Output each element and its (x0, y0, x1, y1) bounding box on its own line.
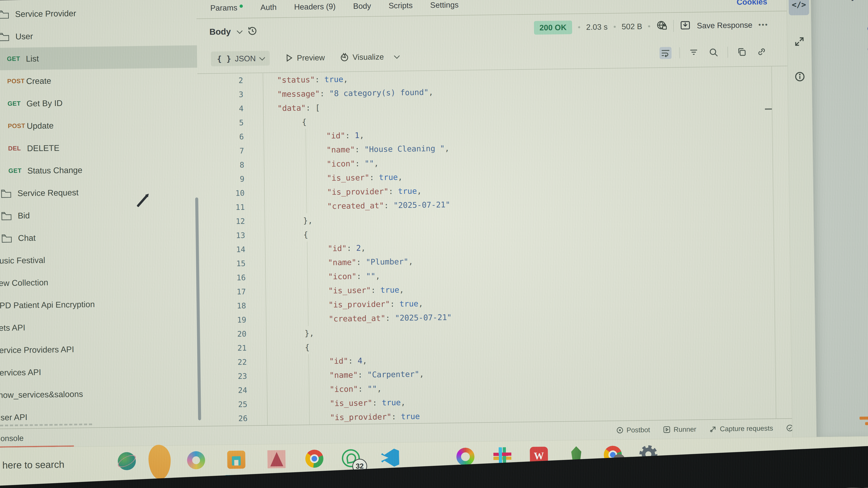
edge-line-number: 3 (833, 0, 838, 1)
runner-icon (663, 426, 671, 433)
sidebar-item-label: Bid (18, 210, 30, 221)
line-number: 2 (197, 73, 264, 88)
sidebar-item-label: OPD Patient Api Encryption (0, 299, 95, 311)
more-options-button[interactable]: ••• (758, 21, 769, 29)
response-body-dropdown[interactable]: Body (209, 26, 258, 38)
line-number: 5 (198, 115, 264, 130)
sidebar-item-user[interactable]: User (0, 23, 197, 48)
sidebar-item-label: List (26, 54, 39, 64)
files-icon-glyph (227, 451, 246, 469)
dot-separator (614, 26, 616, 28)
sidebar-item-status-change[interactable]: GETStatus Change (0, 157, 199, 182)
capture-requests-button[interactable]: Capture requests (709, 424, 773, 433)
sidebar-item-label: Update (27, 121, 54, 131)
folder-icon (0, 32, 9, 41)
chevron-down-icon (259, 55, 265, 61)
expand-icon[interactable] (794, 36, 805, 47)
tab-auth[interactable]: Auth (260, 2, 277, 12)
adjacent-code-window: 3 myHea eeyuzM3IDZcbMczarFf (811, 0, 868, 437)
link-icon[interactable] (756, 46, 768, 58)
cookies-link[interactable]: Cookies (737, 0, 767, 6)
sidebar-item-services-api[interactable]: Services API (0, 359, 202, 384)
copy-icon[interactable] (736, 46, 748, 58)
format-dropdown[interactable]: { } JSON (211, 51, 270, 66)
sidebar-item-label: Services API (0, 367, 41, 378)
chevron-down-icon[interactable] (394, 53, 400, 59)
sidebar-item-service-providers-api[interactable]: Service Providers API (0, 336, 201, 361)
status-badge[interactable]: 200 OK (534, 20, 572, 35)
response-meta: 200 OK 2.03 s 502 B Save Response ••• (534, 18, 769, 35)
history-icon[interactable] (247, 26, 258, 37)
line-number: 11 (199, 200, 265, 215)
sidebar-item-music-festival[interactable]: Music Festival (0, 247, 200, 272)
save-response-icon (680, 20, 691, 32)
tab-label: Headers (9) (294, 2, 336, 11)
globe-icon[interactable] (117, 452, 137, 482)
triangle-app-icon-glyph (268, 450, 286, 468)
search-icon[interactable] (708, 46, 720, 59)
info-icon[interactable] (794, 71, 806, 82)
tab-body[interactable]: Body (353, 1, 371, 11)
sidebar-item-get-by-id[interactable]: GETGet By ID (0, 90, 198, 115)
folder-icon (1, 233, 12, 242)
postbot-button[interactable]: Postbot (616, 426, 650, 434)
tab-params[interactable]: Params (210, 3, 243, 12)
tab-scripts[interactable]: Scripts (389, 1, 413, 10)
line-number: 10 (199, 186, 265, 201)
sidebar-item-create[interactable]: POSTCreate (0, 68, 197, 93)
postbot-icon (616, 426, 624, 434)
tab-settings[interactable]: Settings (430, 0, 459, 9)
dot-separator (648, 25, 650, 27)
globe-icon-glyph (118, 452, 136, 470)
sidebar-item-label: DELETE (27, 143, 59, 153)
sidebar-item-opd-patient-api-encryption[interactable]: OPD Patient Api Encryption (0, 292, 200, 317)
divider (679, 47, 680, 58)
save-response-button[interactable]: Save Response (697, 20, 752, 30)
fold-indicator[interactable] (765, 108, 772, 110)
sidebar-item-chat[interactable]: Chat (0, 224, 199, 250)
photos-icon[interactable] (148, 452, 168, 482)
console-button[interactable]: Console (0, 433, 24, 443)
network-security-icon[interactable] (656, 20, 668, 32)
edge-code-header: 3 myHea (833, 0, 868, 1)
line-number: 18 (200, 298, 266, 313)
taskbar-search-input[interactable]: e here to search (0, 459, 64, 471)
sidebar-item-update[interactable]: POSTUpdate (0, 112, 198, 138)
sidebar-item-new-collection[interactable]: New Collection (0, 269, 200, 294)
line-number: 3 (197, 87, 264, 102)
sidebar-item-delete[interactable]: DELDELETE (0, 135, 198, 160)
sidebar-item-label: Get By ID (26, 98, 63, 108)
braces-icon: { } (217, 54, 231, 64)
response-body[interactable]: 2"status": true,3"message": "8 category(… (197, 66, 792, 426)
vscode-icon-glyph (381, 449, 399, 467)
postman-app-window: Service ProviderUserGETListPOSTCreateGET… (0, 0, 868, 488)
sidebar-item-label: show_services&saloons (0, 389, 83, 400)
sidebar-item-service-provider[interactable]: Service Provider (0, 0, 197, 26)
visualize-button[interactable]: Visualize (340, 52, 384, 62)
sidebar-item-pets-api[interactable]: Pets API (0, 314, 201, 339)
response-size[interactable]: 502 B (622, 22, 642, 31)
line-number: 21 (201, 341, 267, 356)
line-number: 14 (199, 242, 266, 257)
sidebar-item-label: Service Request (18, 188, 79, 198)
tab-headers-9[interactable]: Headers (9) (294, 2, 336, 11)
code-lines: 2"status": true,3"message": "8 category(… (197, 66, 792, 426)
sidebar-item-service-request[interactable]: Service Request (0, 180, 199, 205)
sidebar: Service ProviderUserGETListPOSTCreateGET… (0, 0, 202, 429)
divider (727, 46, 728, 58)
tab-label: Body (353, 1, 371, 11)
sidebar-item-label: New Collection (0, 278, 49, 288)
code-snippet-button[interactable]: </> (789, 0, 809, 15)
line-number: 9 (198, 172, 265, 187)
preview-button[interactable]: Preview (284, 53, 325, 63)
filter-icon[interactable] (688, 46, 700, 59)
sidebar-item-bid[interactable]: Bid (0, 202, 199, 227)
response-time[interactable]: 2.03 s (586, 22, 608, 31)
sidebar-item-show-services-saloons[interactable]: show_services&saloons (0, 381, 202, 406)
photos-icon-glyph (148, 445, 171, 480)
runner-button[interactable]: Runner (663, 425, 696, 433)
capture-icon (709, 425, 717, 433)
wrap-text-icon[interactable] (659, 47, 672, 59)
sidebar-item-list[interactable]: GETList (0, 45, 197, 70)
params-dot (240, 4, 243, 7)
